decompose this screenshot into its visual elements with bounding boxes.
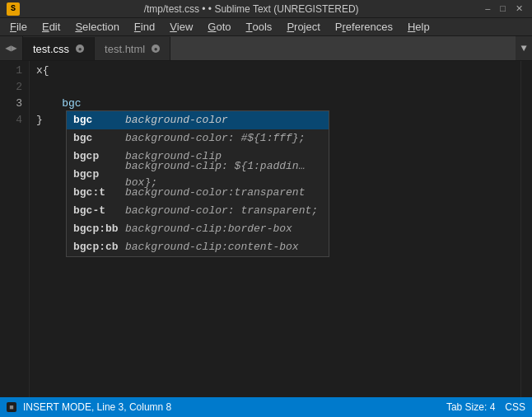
minimize-button[interactable]: – <box>483 3 492 14</box>
title-bar: S /tmp/test.css • • Sublime Text (UNREGI… <box>0 0 532 18</box>
ac-trigger-2: bgcp <box>73 148 119 165</box>
editor: 1 2 3 4 x{ bgc } bgc background-color bg… <box>0 61 532 397</box>
tab-bar-empty <box>170 36 516 60</box>
ac-desc-6: background-clip:border-box <box>125 221 292 237</box>
line-num-3: 3 <box>0 96 22 112</box>
menu-selection[interactable]: Selection <box>68 18 125 35</box>
status-indicator: ■ <box>7 402 16 412</box>
ac-item-0[interactable]: bgc background-color <box>67 111 329 129</box>
status-bar: ■ INSERT MODE, Line 3, Column 8 Tab Size… <box>0 397 532 417</box>
ac-desc-1: background-color: #${1:fff}; <box>125 130 305 147</box>
scrollbar[interactable] <box>520 61 532 397</box>
tab-close-test-html[interactable]: ● <box>152 45 160 53</box>
ac-desc-4: background-color:transparent <box>125 185 305 201</box>
code-line-1: x{ <box>36 63 520 79</box>
tab-test-html[interactable]: test.html ● <box>95 37 170 60</box>
menu-goto[interactable]: Goto <box>201 18 237 35</box>
code-token <box>36 79 43 96</box>
line-num-4: 4 <box>0 112 22 129</box>
status-mode: INSERT MODE, Line 3, Column 8 <box>23 401 171 413</box>
left-arrow-icon: ◀ <box>5 42 11 54</box>
ac-item-7[interactable]: bgcp:cb background-clip:content-box <box>67 238 329 256</box>
tab-label-test-css: test.css <box>33 43 69 55</box>
ac-trigger-5: bgc-t <box>73 203 119 219</box>
code-token: bgc <box>36 96 82 112</box>
tab-test-css[interactable]: test.css ● <box>23 37 95 60</box>
ac-desc-0: background-color <box>125 112 228 129</box>
menu-file[interactable]: File <box>3 18 34 35</box>
line-numbers: 1 2 3 4 <box>0 61 30 397</box>
ac-item-6[interactable]: bgcp:bb background-clip:border-box <box>67 220 329 238</box>
menu-bar: File Edit Selection Find View Goto Tools… <box>0 18 532 36</box>
ac-item-1[interactable]: bgc background-color: #${1:fff}; <box>67 129 329 148</box>
autocomplete-dropdown: bgc background-color bgc background-colo… <box>66 110 329 257</box>
code-area[interactable]: x{ bgc } bgc background-color bgc backgr… <box>30 61 520 397</box>
ac-trigger-1: bgc <box>73 130 119 147</box>
tab-close-test-css[interactable]: ● <box>76 45 84 53</box>
ac-trigger-0: bgc <box>73 112 119 129</box>
ac-item-4[interactable]: bgc:t background-color:transparent <box>67 184 329 202</box>
window-controls: – □ ✕ <box>483 3 525 14</box>
status-tab-size: Tab Size: 4 <box>446 401 495 413</box>
ac-item-3[interactable]: bgcp background-clip: ${1:paddin…box}; <box>67 166 329 184</box>
tab-bar: ◀ ▶ test.css ● test.html ● ▼ <box>0 36 532 61</box>
tab-dropdown-icon[interactable]: ▼ <box>516 36 532 60</box>
right-arrow-icon: ▶ <box>12 42 17 54</box>
menu-preferences[interactable]: Preferences <box>329 18 399 35</box>
ac-trigger-3: bgcp <box>73 166 119 183</box>
menu-help[interactable]: Help <box>401 18 436 35</box>
ac-desc-5: background-color: transparent; <box>125 203 318 219</box>
maximize-button[interactable]: □ <box>497 3 508 14</box>
line-num-1: 1 <box>0 63 22 79</box>
menu-edit[interactable]: Edit <box>35 18 67 35</box>
menu-project[interactable]: Project <box>280 18 326 35</box>
code-line-2 <box>36 79 520 96</box>
menu-tools[interactable]: Tools <box>240 18 279 35</box>
code-token: } <box>36 112 43 129</box>
line-num-2: 2 <box>0 79 22 96</box>
code-token: x{ <box>36 63 49 79</box>
ac-trigger-4: bgc:t <box>73 185 119 201</box>
tab-label-test-html: test.html <box>105 43 145 55</box>
status-left: ■ INSERT MODE, Line 3, Column 8 <box>7 401 171 413</box>
menu-find[interactable]: Find <box>128 18 161 35</box>
close-button[interactable]: ✕ <box>513 3 525 14</box>
ac-desc-7: background-clip:content-box <box>125 239 299 255</box>
status-icon: ■ <box>9 403 13 411</box>
status-right: Tab Size: 4 CSS <box>446 401 525 413</box>
ac-item-5[interactable]: bgc-t background-color: transparent; <box>67 202 329 220</box>
app-icon: S <box>7 2 20 16</box>
ac-trigger-6: bgcp:bb <box>73 221 119 237</box>
code-line-3: bgc <box>36 96 520 112</box>
status-syntax: CSS <box>505 401 525 413</box>
window-title: /tmp/test.css • • Sublime Text (UNREGIST… <box>20 3 483 15</box>
menu-view[interactable]: View <box>163 18 199 35</box>
tab-scroll-left[interactable]: ◀ ▶ <box>0 36 23 60</box>
ac-trigger-7: bgcp:cb <box>73 239 119 255</box>
